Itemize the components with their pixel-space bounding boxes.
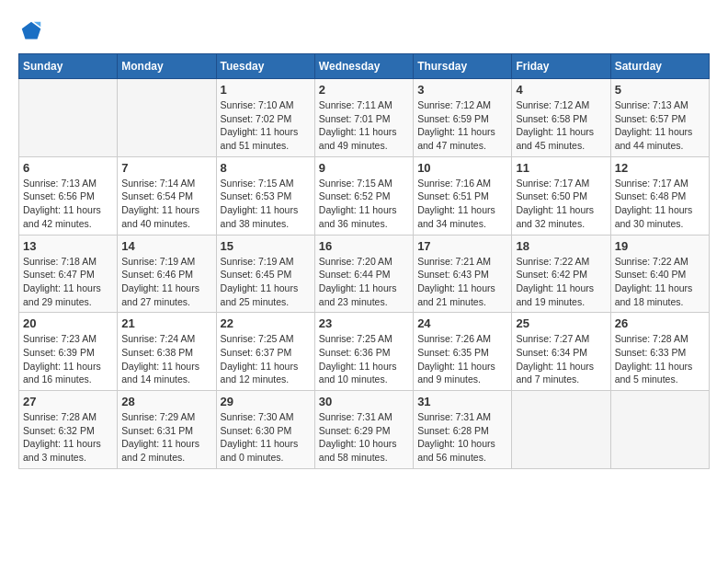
calendar-table: SundayMondayTuesdayWednesdayThursdayFrid… — [18, 53, 710, 469]
day-number: 4 — [516, 83, 606, 97]
calendar-cell: 5Sunrise: 7:13 AMSunset: 6:57 PMDaylight… — [610, 79, 709, 157]
day-info: Sunrise: 7:21 AMSunset: 6:43 PMDaylight:… — [417, 255, 507, 309]
day-info: Sunrise: 7:28 AMSunset: 6:32 PMDaylight:… — [23, 410, 113, 465]
calendar-cell — [610, 391, 709, 469]
day-info: Sunrise: 7:12 AMSunset: 6:58 PMDaylight:… — [516, 98, 606, 153]
calendar-cell: 26Sunrise: 7:28 AMSunset: 6:33 PMDayligh… — [610, 313, 709, 391]
day-number: 1 — [221, 83, 311, 97]
calendar-cell: 3Sunrise: 7:12 AMSunset: 6:59 PMDaylight… — [414, 79, 512, 157]
day-number: 5 — [615, 83, 705, 97]
day-info: Sunrise: 7:14 AMSunset: 6:54 PMDaylight:… — [121, 177, 211, 231]
calendar-week-row: 6Sunrise: 7:13 AMSunset: 6:56 PMDaylight… — [19, 156, 710, 235]
calendar-cell — [19, 79, 118, 157]
calendar-week-row: 20Sunrise: 7:23 AMSunset: 6:39 PMDayligh… — [19, 313, 710, 391]
calendar-cell: 27Sunrise: 7:28 AMSunset: 6:32 PMDayligh… — [19, 391, 118, 469]
day-info: Sunrise: 7:25 AMSunset: 6:36 PMDaylight:… — [319, 332, 409, 386]
day-number: 30 — [319, 395, 409, 408]
day-info: Sunrise: 7:28 AMSunset: 6:33 PMDaylight:… — [615, 332, 705, 386]
day-info: Sunrise: 7:16 AMSunset: 6:51 PMDaylight:… — [417, 177, 507, 231]
calendar-week-row: 1Sunrise: 7:10 AMSunset: 7:02 PMDaylight… — [19, 79, 710, 157]
day-number: 31 — [417, 395, 507, 408]
header-cell: Wednesday — [314, 54, 413, 79]
calendar-cell: 31Sunrise: 7:31 AMSunset: 6:28 PMDayligh… — [414, 391, 512, 469]
day-info: Sunrise: 7:27 AMSunset: 6:34 PMDaylight:… — [516, 332, 606, 386]
day-number: 17 — [417, 239, 507, 253]
header-cell: Friday — [512, 54, 610, 79]
day-number: 23 — [319, 316, 409, 330]
day-info: Sunrise: 7:22 AMSunset: 6:40 PMDaylight:… — [615, 255, 705, 309]
page-header — [18, 18, 710, 44]
day-info: Sunrise: 7:24 AMSunset: 6:38 PMDaylight:… — [121, 332, 211, 386]
logo — [18, 18, 48, 44]
day-number: 12 — [615, 161, 705, 175]
calendar-cell: 10Sunrise: 7:16 AMSunset: 6:51 PMDayligh… — [414, 156, 512, 235]
day-number: 7 — [121, 161, 211, 175]
day-number: 2 — [319, 83, 409, 97]
day-number: 22 — [221, 316, 311, 330]
day-number: 3 — [417, 83, 507, 97]
day-number: 26 — [615, 316, 705, 330]
calendar-cell — [118, 79, 216, 157]
header-cell: Tuesday — [216, 54, 314, 79]
calendar-week-row: 13Sunrise: 7:18 AMSunset: 6:47 PMDayligh… — [19, 235, 710, 313]
day-info: Sunrise: 7:31 AMSunset: 6:29 PMDaylight:… — [319, 410, 409, 465]
day-number: 11 — [516, 161, 606, 175]
calendar-cell: 19Sunrise: 7:22 AMSunset: 6:40 PMDayligh… — [610, 235, 709, 313]
calendar-cell: 11Sunrise: 7:17 AMSunset: 6:50 PMDayligh… — [512, 156, 610, 235]
calendar-cell: 18Sunrise: 7:22 AMSunset: 6:42 PMDayligh… — [512, 235, 610, 313]
day-number: 10 — [417, 161, 507, 175]
day-number: 15 — [221, 239, 311, 253]
day-number: 9 — [319, 161, 409, 175]
calendar-cell: 6Sunrise: 7:13 AMSunset: 6:56 PMDaylight… — [19, 156, 118, 235]
header-row: SundayMondayTuesdayWednesdayThursdayFrid… — [19, 54, 710, 79]
calendar-cell: 9Sunrise: 7:15 AMSunset: 6:52 PMDaylight… — [314, 156, 413, 235]
day-info: Sunrise: 7:31 AMSunset: 6:28 PMDaylight:… — [417, 410, 507, 465]
calendar-week-row: 27Sunrise: 7:28 AMSunset: 6:32 PMDayligh… — [19, 391, 710, 469]
day-info: Sunrise: 7:22 AMSunset: 6:42 PMDaylight:… — [516, 255, 606, 309]
day-info: Sunrise: 7:15 AMSunset: 6:53 PMDaylight:… — [221, 177, 311, 231]
day-number: 6 — [23, 161, 113, 175]
header-cell: Sunday — [19, 54, 118, 79]
calendar-cell: 2Sunrise: 7:11 AMSunset: 7:01 PMDaylight… — [314, 79, 413, 157]
day-info: Sunrise: 7:11 AMSunset: 7:01 PMDaylight:… — [319, 98, 409, 153]
calendar-cell: 28Sunrise: 7:29 AMSunset: 6:31 PMDayligh… — [118, 391, 216, 469]
day-info: Sunrise: 7:20 AMSunset: 6:44 PMDaylight:… — [319, 255, 409, 309]
day-number: 20 — [23, 316, 113, 330]
day-number: 13 — [23, 239, 113, 253]
calendar-cell: 17Sunrise: 7:21 AMSunset: 6:43 PMDayligh… — [414, 235, 512, 313]
day-info: Sunrise: 7:12 AMSunset: 6:59 PMDaylight:… — [417, 98, 507, 153]
calendar-cell: 21Sunrise: 7:24 AMSunset: 6:38 PMDayligh… — [118, 313, 216, 391]
day-info: Sunrise: 7:25 AMSunset: 6:37 PMDaylight:… — [221, 332, 311, 386]
calendar-cell: 4Sunrise: 7:12 AMSunset: 6:58 PMDaylight… — [512, 79, 610, 157]
day-info: Sunrise: 7:10 AMSunset: 7:02 PMDaylight:… — [221, 98, 311, 153]
day-number: 24 — [417, 316, 507, 330]
day-info: Sunrise: 7:19 AMSunset: 6:46 PMDaylight:… — [121, 255, 211, 309]
calendar-cell: 1Sunrise: 7:10 AMSunset: 7:02 PMDaylight… — [216, 79, 314, 157]
calendar-cell: 29Sunrise: 7:30 AMSunset: 6:30 PMDayligh… — [216, 391, 314, 469]
calendar-cell: 12Sunrise: 7:17 AMSunset: 6:48 PMDayligh… — [610, 156, 709, 235]
day-number: 28 — [121, 395, 211, 408]
day-info: Sunrise: 7:29 AMSunset: 6:31 PMDaylight:… — [121, 410, 211, 465]
logo-icon — [18, 18, 44, 44]
day-info: Sunrise: 7:30 AMSunset: 6:30 PMDaylight:… — [221, 410, 311, 465]
calendar-cell: 13Sunrise: 7:18 AMSunset: 6:47 PMDayligh… — [19, 235, 118, 313]
day-number: 25 — [516, 316, 606, 330]
day-info: Sunrise: 7:18 AMSunset: 6:47 PMDaylight:… — [23, 255, 113, 309]
calendar-cell: 14Sunrise: 7:19 AMSunset: 6:46 PMDayligh… — [118, 235, 216, 313]
day-number: 19 — [615, 239, 705, 253]
day-info: Sunrise: 7:15 AMSunset: 6:52 PMDaylight:… — [319, 177, 409, 231]
day-number: 18 — [516, 239, 606, 253]
day-number: 8 — [221, 161, 311, 175]
header-cell: Monday — [118, 54, 216, 79]
day-number: 16 — [319, 239, 409, 253]
day-number: 29 — [221, 395, 311, 408]
day-info: Sunrise: 7:17 AMSunset: 6:50 PMDaylight:… — [516, 177, 606, 231]
day-info: Sunrise: 7:17 AMSunset: 6:48 PMDaylight:… — [615, 177, 705, 231]
calendar-cell: 25Sunrise: 7:27 AMSunset: 6:34 PMDayligh… — [512, 313, 610, 391]
day-info: Sunrise: 7:19 AMSunset: 6:45 PMDaylight:… — [221, 255, 311, 309]
calendar-cell: 15Sunrise: 7:19 AMSunset: 6:45 PMDayligh… — [216, 235, 314, 313]
header-cell: Thursday — [414, 54, 512, 79]
calendar-cell: 20Sunrise: 7:23 AMSunset: 6:39 PMDayligh… — [19, 313, 118, 391]
day-info: Sunrise: 7:23 AMSunset: 6:39 PMDaylight:… — [23, 332, 113, 386]
header-cell: Saturday — [610, 54, 709, 79]
